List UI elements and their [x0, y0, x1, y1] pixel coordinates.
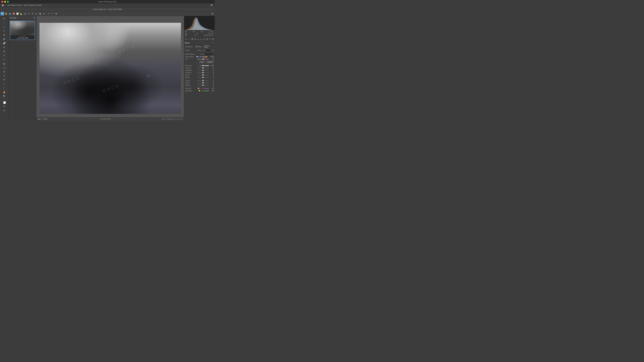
profile-dropdown[interactable]: Adobe Color ▾	[196, 49, 212, 51]
preview-icon[interactable]: ⊞	[211, 12, 214, 15]
dodge-tool[interactable]: ◔	[2, 70, 7, 73]
fullscreen-icon[interactable]: ⊡	[182, 118, 183, 120]
eraser-tool[interactable]: ◻	[2, 57, 7, 61]
red-eye[interactable]: 👁	[31, 12, 34, 15]
straighten-tool[interactable]: 📐	[20, 12, 23, 15]
transform-tool[interactable]: ⊞	[23, 12, 27, 15]
magic-wand[interactable]: ✦	[2, 29, 7, 33]
hand-tool-left[interactable]: ✋	[2, 90, 7, 94]
foreground-color[interactable]	[2, 100, 7, 104]
tint-slider-track[interactable]	[197, 59, 209, 59]
history-brush[interactable]: ↺	[2, 53, 7, 57]
zoom-tool-left[interactable]: 🔍	[2, 94, 7, 98]
healing-brush[interactable]: 🩹	[2, 41, 7, 45]
effects-icon[interactable]: ⊗	[202, 38, 205, 40]
auto-button[interactable]: Auto	[199, 61, 205, 63]
split-tone-icon[interactable]: ⊕	[197, 38, 199, 40]
shadows-thumb[interactable]	[202, 72, 204, 73]
highlights-track[interactable]	[197, 70, 209, 71]
text-tool[interactable]: T	[2, 78, 7, 82]
saturation-track[interactable]	[197, 90, 209, 91]
shadows-track[interactable]	[197, 72, 209, 73]
compare-icon[interactable]: ⊟	[179, 118, 180, 120]
zoom-tool[interactable]: 🔍	[1, 12, 4, 15]
spot-removal[interactable]: ⊙	[27, 12, 30, 15]
temp-thumb[interactable]	[196, 56, 198, 57]
color-radio[interactable]	[196, 46, 197, 47]
dehaze-thumb[interactable]	[202, 84, 204, 86]
film-item[interactable]: _DSC0380.ARW	[10, 21, 35, 40]
vibrance-track[interactable]	[197, 88, 209, 89]
exposure-thumb[interactable]	[202, 65, 204, 66]
hand-tool[interactable]: ✋	[4, 12, 8, 15]
checkbox-icon[interactable]: ☑	[175, 118, 176, 120]
delete-tool[interactable]: 🗑	[54, 12, 58, 15]
minimize-button[interactable]	[4, 1, 6, 3]
eyedropper[interactable]: 💉	[2, 37, 7, 41]
detail-icon[interactable]: 🔎	[191, 38, 194, 40]
filmstrip-menu-icon[interactable]: ☰	[34, 17, 35, 19]
stamp-tool[interactable]: ⊕	[2, 49, 7, 53]
clarity-thumb[interactable]	[202, 82, 204, 83]
prev-image-icon[interactable]: ◀	[162, 118, 163, 120]
rotate-ccw[interactable]: ↶	[47, 12, 50, 15]
wb-dropdown[interactable]: Custom ▾	[198, 53, 214, 55]
blur-tool[interactable]: ◯	[2, 66, 7, 69]
move-tool[interactable]: ✣	[2, 17, 7, 20]
maximize-button[interactable]	[7, 1, 9, 3]
snapshots-icon[interactable]: 📸	[212, 38, 214, 40]
temp-slider-track[interactable]	[197, 56, 208, 57]
whites-thumb[interactable]	[202, 74, 204, 76]
clarity-track[interactable]	[197, 83, 209, 83]
lasso-tool[interactable]: ∿	[2, 25, 7, 28]
bw-radio[interactable]	[203, 46, 204, 47]
saturation-thumb[interactable]	[199, 90, 200, 91]
exposure-track[interactable]	[197, 65, 209, 66]
curves-icon[interactable]: ∿	[188, 38, 190, 40]
shape-tool[interactable]: ⬛	[2, 86, 7, 90]
contrast-track[interactable]	[197, 68, 209, 68]
mask-mode[interactable]: ⊘	[2, 104, 7, 108]
ps-extra-tools[interactable]: ···	[44, 4, 47, 6]
whites-track[interactable]	[197, 75, 209, 75]
crop-tool-left[interactable]: ⊞	[2, 33, 7, 37]
ps-search-icon[interactable]: 🔍	[210, 4, 214, 6]
color-option[interactable]: Color	[196, 46, 202, 48]
dehaze-track[interactable]	[197, 85, 209, 86]
graduated-filter[interactable]: ▦	[38, 12, 42, 15]
next-image-icon[interactable]: ▶	[164, 118, 166, 120]
presets-icon[interactable]: ⊡	[208, 38, 211, 40]
tint-thumb[interactable]	[203, 58, 204, 60]
brush-tool[interactable]: 🖌	[2, 45, 7, 49]
wb-tool[interactable]: 💧	[8, 12, 12, 15]
color-mix-icon[interactable]: ◑	[194, 38, 196, 40]
highlights-thumb[interactable]	[202, 70, 204, 71]
profile-browse-icon[interactable]: ⊞	[212, 49, 214, 51]
bw-option[interactable]: Black & White	[203, 45, 214, 48]
texture-thumb[interactable]	[202, 80, 204, 81]
camera-calibration-icon[interactable]: 📷	[206, 38, 208, 40]
marquee-tool[interactable]: ⬚	[2, 21, 7, 24]
zoom-display[interactable]: 31.9% ▾	[42, 118, 49, 120]
pen-tool[interactable]: ✒	[2, 74, 7, 78]
ps-show-transform[interactable]: Show Transform Controls	[23, 4, 42, 6]
default-button[interactable]: Default	[206, 61, 214, 63]
path-select[interactable]: ↖	[2, 82, 7, 86]
vibrance-thumb[interactable]	[198, 88, 199, 89]
blacks-thumb[interactable]	[202, 77, 204, 78]
view-options-icon[interactable]: ⊞	[177, 118, 178, 120]
color-sample-tool[interactable]: 🎯	[12, 12, 16, 15]
gradient-tool[interactable]: ▬	[2, 62, 7, 65]
ps-home-icon[interactable]: 🏠	[1, 4, 4, 6]
canvas-area[interactable]: RRCG RRCG RRCG RRCG RRCG ⊞ ⊟ 31.9% ▾ _DS…	[36, 16, 184, 121]
grid-view-icon[interactable]: ⊞	[38, 118, 39, 120]
rotate-cw[interactable]: ↷	[51, 12, 54, 15]
list-view-icon[interactable]: ⊟	[39, 118, 40, 120]
lens-corrections-icon[interactable]: ◎	[200, 38, 202, 40]
basic-panel-icon[interactable]: ⊞	[185, 38, 188, 40]
ps-auto-select[interactable]: Auto-Select: Group ▾	[7, 4, 23, 6]
contrast-thumb[interactable]	[202, 67, 204, 68]
screen-mode[interactable]: ⊡	[2, 108, 7, 112]
collapse-icon[interactable]: ▾	[213, 42, 214, 44]
texture-track[interactable]	[197, 80, 209, 81]
